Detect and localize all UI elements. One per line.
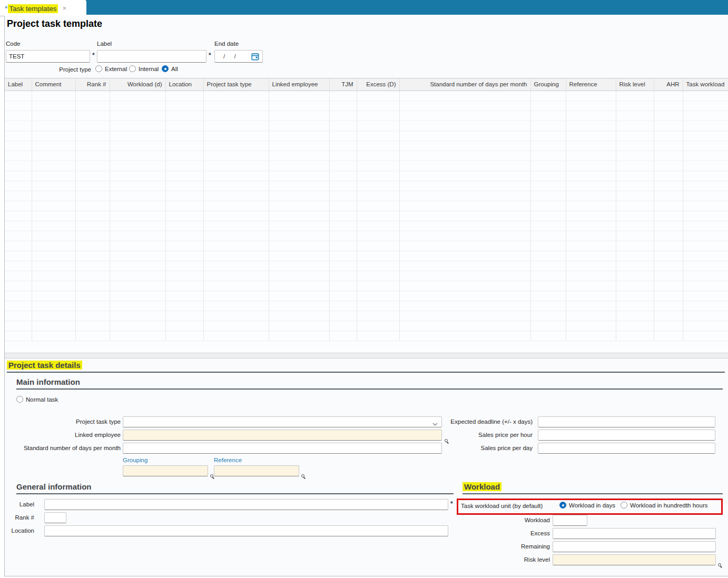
grid-cell[interactable] — [110, 161, 165, 171]
table-row[interactable] — [5, 181, 728, 191]
grid-cell[interactable] — [165, 181, 203, 191]
grid-cell[interactable] — [654, 171, 683, 181]
grid-cell[interactable] — [110, 201, 165, 211]
radio-all[interactable]: All — [162, 65, 178, 72]
radio-workload-in-days[interactable]: Workload in days — [559, 502, 615, 509]
grid-cell[interactable] — [110, 101, 165, 111]
grid-cell[interactable] — [5, 321, 32, 331]
grid-cell[interactable] — [32, 311, 75, 321]
grid-cell[interactable] — [357, 191, 399, 201]
grid-cell[interactable] — [75, 161, 110, 171]
grid-cell[interactable] — [110, 91, 165, 101]
grid-cell[interactable] — [616, 231, 654, 241]
column-header-risk-level[interactable]: Risk level — [616, 78, 654, 91]
grid-cell[interactable] — [329, 321, 357, 331]
lookup-icon[interactable] — [210, 474, 213, 477]
grid-cell[interactable] — [269, 241, 329, 251]
grid-cell[interactable] — [616, 271, 654, 281]
grid-cell[interactable] — [616, 151, 654, 161]
risk-level-input[interactable] — [553, 554, 716, 565]
grid-cell[interactable] — [165, 301, 203, 311]
table-row[interactable] — [5, 311, 728, 321]
radio-normal-task[interactable]: Normal task — [16, 396, 58, 403]
grid-cell[interactable] — [566, 271, 616, 281]
grid-cell[interactable] — [530, 181, 566, 191]
grid-cell[interactable] — [32, 331, 75, 341]
grid-cell[interactable] — [110, 121, 165, 131]
grid-cell[interactable] — [399, 131, 530, 141]
grid-cell[interactable] — [5, 91, 32, 101]
grid-cell[interactable] — [110, 171, 165, 181]
grid-cell[interactable] — [203, 271, 269, 281]
grid-cell[interactable] — [269, 171, 329, 181]
grid-cell[interactable] — [75, 291, 110, 301]
column-header-project-task-type[interactable]: Project task type — [203, 78, 269, 91]
grid-cell[interactable] — [357, 271, 399, 281]
grid-cell[interactable] — [683, 111, 728, 121]
grid-cell[interactable] — [683, 121, 728, 131]
grid-cell[interactable] — [683, 201, 728, 211]
grid-cell[interactable] — [110, 141, 165, 151]
grid-cell[interactable] — [203, 151, 269, 161]
grid-cell[interactable] — [110, 211, 165, 221]
grid-cell[interactable] — [357, 201, 399, 211]
grid-cell[interactable] — [566, 131, 616, 141]
grid-cell[interactable] — [683, 271, 728, 281]
grid-cell[interactable] — [32, 151, 75, 161]
grid-cell[interactable] — [530, 91, 566, 101]
grid-cell[interactable] — [269, 261, 329, 271]
grid-cell[interactable] — [329, 161, 357, 171]
grid-cell[interactable] — [399, 311, 530, 321]
grid-cell[interactable] — [399, 271, 530, 281]
grid-cell[interactable] — [654, 261, 683, 271]
grid-cell[interactable] — [165, 201, 203, 211]
grid-cell[interactable] — [5, 181, 32, 191]
grid-cell[interactable] — [329, 151, 357, 161]
column-header-rank[interactable]: Rank # — [75, 78, 110, 91]
grid-cell[interactable] — [683, 141, 728, 151]
table-row[interactable] — [5, 101, 728, 111]
grid-cell[interactable] — [399, 201, 530, 211]
table-row[interactable] — [5, 91, 728, 101]
column-header-excess-d[interactable]: Excess (D) — [357, 78, 399, 91]
grid-cell[interactable] — [399, 151, 530, 161]
grid-cell[interactable] — [683, 311, 728, 321]
grid-cell[interactable] — [203, 181, 269, 191]
grid-cell[interactable] — [110, 291, 165, 301]
general-label-input[interactable] — [44, 499, 448, 510]
grid-cell[interactable] — [530, 201, 566, 211]
grid-cell[interactable] — [203, 141, 269, 151]
grid-cell[interactable] — [32, 101, 75, 111]
grid-cell[interactable] — [5, 251, 32, 261]
grid-cell[interactable] — [32, 201, 75, 211]
grid-cell[interactable] — [269, 251, 329, 261]
grid-cell[interactable] — [5, 221, 32, 231]
grid-cell[interactable] — [110, 281, 165, 291]
column-header-location[interactable]: Location — [165, 78, 203, 91]
grid-cell[interactable] — [75, 91, 110, 101]
grid-cell[interactable] — [329, 241, 357, 251]
grid-cell[interactable] — [5, 291, 32, 301]
grid-cell[interactable] — [616, 251, 654, 261]
grid-cell[interactable] — [110, 151, 165, 161]
grid-cell[interactable] — [165, 231, 203, 241]
grid-cell[interactable] — [203, 91, 269, 101]
grid-cell[interactable] — [75, 171, 110, 181]
grid-cell[interactable] — [566, 221, 616, 231]
grid-cell[interactable] — [329, 281, 357, 291]
grid-cell[interactable] — [75, 261, 110, 271]
grid-cell[interactable] — [530, 121, 566, 131]
grid-cell[interactable] — [32, 131, 75, 141]
grid-cell[interactable] — [399, 91, 530, 101]
grid-cell[interactable] — [654, 211, 683, 221]
column-header-tjm[interactable]: TJM — [329, 78, 357, 91]
table-row[interactable] — [5, 261, 728, 271]
grid-cell[interactable] — [683, 281, 728, 291]
column-header-ahr[interactable]: AHR — [654, 78, 683, 91]
grid-cell[interactable] — [616, 321, 654, 331]
grid-cell[interactable] — [654, 191, 683, 201]
grid-cell[interactable] — [683, 261, 728, 271]
grid-cell[interactable] — [269, 111, 329, 121]
grid-cell[interactable] — [566, 251, 616, 261]
sales-price-hour-input[interactable] — [538, 430, 715, 441]
